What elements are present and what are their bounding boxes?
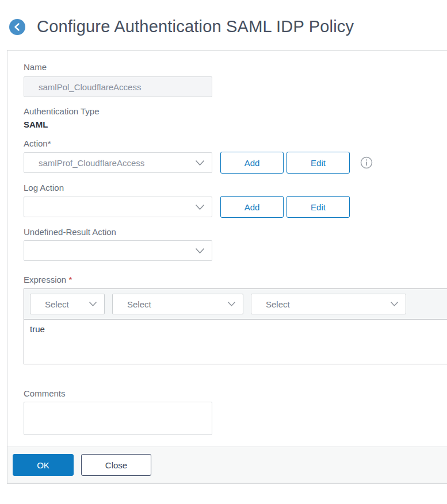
auth-type-label: Authentication Type — [24, 106, 447, 116]
auth-type-value: SAML — [24, 120, 447, 129]
action-select[interactable]: samlProf_CloudflareAccess — [24, 152, 212, 173]
expression-builder: Select Select Select — [24, 288, 447, 364]
log-action-label: Log Action — [24, 183, 447, 193]
form-panel: Name Authentication Type SAML Action* sa… — [7, 50, 447, 484]
arrow-left-icon — [13, 22, 22, 32]
log-action-edit-button[interactable]: Edit — [286, 196, 350, 218]
action-edit-button[interactable]: Edit — [286, 152, 350, 174]
name-label: Name — [24, 62, 447, 72]
chevron-down-icon — [89, 301, 97, 307]
form-footer: OK Close — [7, 447, 447, 483]
page-header: Configure Authentication SAML IDP Policy — [0, 0, 447, 36]
undefined-action-select[interactable] — [24, 240, 212, 261]
undefined-action-label: Undefined-Result Action — [24, 227, 447, 237]
expression-label: Expression * — [24, 275, 447, 284]
chevron-down-icon — [195, 160, 205, 166]
expression-toolbar: Select Select Select — [24, 289, 447, 319]
back-button[interactable] — [9, 19, 25, 35]
page-title: Configure Authentication SAML IDP Policy — [37, 17, 354, 36]
action-add-button[interactable]: Add — [220, 152, 284, 174]
expression-select-3[interactable]: Select — [251, 294, 406, 314]
chevron-down-icon — [195, 204, 205, 210]
info-icon[interactable] — [360, 156, 373, 169]
action-select-value: samlProf_CloudflareAccess — [39, 158, 144, 168]
comments-label: Comments — [24, 388, 447, 398]
comments-textarea[interactable] — [24, 402, 212, 435]
action-label: Action* — [24, 138, 447, 148]
name-input — [24, 76, 212, 97]
expression-select-2-value: Select — [127, 299, 151, 309]
expression-select-3-value: Select — [266, 299, 290, 309]
expression-select-1-value: Select — [45, 299, 69, 309]
log-action-add-button[interactable]: Add — [220, 196, 284, 218]
chevron-down-icon — [195, 248, 205, 254]
close-button[interactable]: Close — [81, 454, 151, 476]
ok-button[interactable]: OK — [13, 454, 74, 476]
required-asterisk: * — [68, 275, 72, 284]
expression-textarea[interactable]: true — [24, 319, 447, 364]
chevron-down-icon — [227, 301, 236, 307]
chevron-down-icon — [390, 301, 399, 307]
expression-select-1[interactable]: Select — [30, 294, 105, 314]
log-action-select[interactable] — [24, 197, 212, 217]
expression-select-2[interactable]: Select — [112, 294, 243, 314]
